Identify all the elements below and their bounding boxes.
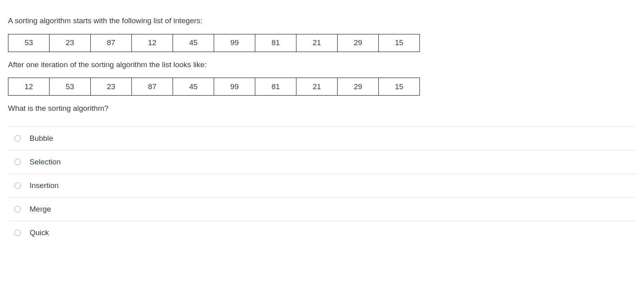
- answer-option-merge[interactable]: Merge: [8, 197, 636, 221]
- list-cell: 87: [132, 78, 173, 96]
- list-cell: 29: [338, 34, 379, 52]
- list-cell: 81: [255, 34, 296, 52]
- answer-option-insertion[interactable]: Insertion: [8, 174, 636, 197]
- list-cell: 29: [338, 78, 379, 96]
- list-cell: 21: [296, 34, 338, 52]
- after-list-table: 12 53 23 87 45 99 81 21 29 15: [8, 78, 420, 96]
- list-cell: 53: [8, 34, 50, 52]
- answer-label[interactable]: Selection: [30, 158, 61, 166]
- list-cell: 45: [173, 34, 214, 52]
- answer-option-quick[interactable]: Quick: [8, 221, 636, 244]
- list-cell: 81: [255, 78, 296, 96]
- list-cell: 12: [8, 78, 50, 96]
- list-cell: 23: [50, 34, 91, 52]
- list-cell: 99: [214, 78, 255, 96]
- answer-option-bubble[interactable]: Bubble: [8, 126, 636, 150]
- list-cell: 23: [91, 78, 132, 96]
- list-cell: 45: [173, 78, 214, 96]
- list-cell: 15: [379, 34, 420, 52]
- list-cell: 12: [132, 34, 173, 52]
- answer-label[interactable]: Merge: [30, 205, 51, 214]
- question-container: A sorting algorithm starts with the foll…: [8, 15, 636, 244]
- answer-option-selection[interactable]: Selection: [8, 150, 636, 174]
- question-after-text: After one iteration of the sorting algor…: [8, 59, 636, 71]
- question-intro: A sorting algorithm starts with the foll…: [8, 15, 636, 27]
- radio-insertion[interactable]: [14, 182, 21, 189]
- list-cell: 99: [214, 34, 255, 52]
- list-cell: 87: [91, 34, 132, 52]
- answer-label[interactable]: Bubble: [30, 134, 53, 143]
- radio-selection[interactable]: [14, 159, 21, 165]
- answer-options: Bubble Selection Insertion Merge Quick: [8, 126, 636, 244]
- question-prompt: What is the sorting algorithm?: [8, 103, 636, 114]
- initial-list-table: 53 23 87 12 45 99 81 21 29 15: [8, 34, 420, 52]
- answer-label[interactable]: Insertion: [30, 181, 59, 190]
- list-cell: 21: [296, 78, 338, 96]
- radio-quick[interactable]: [14, 230, 21, 236]
- radio-bubble[interactable]: [14, 135, 21, 142]
- list-cell: 15: [379, 78, 420, 96]
- list-cell: 53: [50, 78, 91, 96]
- answer-label[interactable]: Quick: [30, 228, 49, 237]
- radio-merge[interactable]: [14, 206, 21, 212]
